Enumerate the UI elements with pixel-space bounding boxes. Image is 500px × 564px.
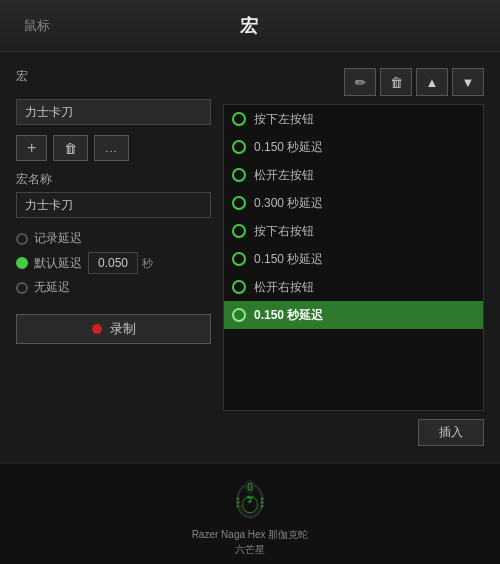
item-label: 按下左按钮: [254, 111, 314, 128]
add-macro-button[interactable]: +: [16, 135, 47, 161]
item-label: 0.150 秒延迟: [254, 251, 323, 268]
edit-macro-button[interactable]: ✏: [344, 68, 376, 96]
item-label: 松开右按钮: [254, 279, 314, 296]
move-up-button[interactable]: ▲: [416, 68, 448, 96]
record-label: 录制: [110, 320, 136, 338]
delay-default-option[interactable]: 默认延迟 秒: [16, 252, 211, 274]
more-macro-button[interactable]: ...: [94, 135, 128, 161]
svg-point-8: [261, 505, 264, 508]
action-icon: [232, 224, 246, 238]
delay-record-radio: [16, 233, 28, 245]
list-item[interactable]: 松开左按钮: [224, 161, 483, 189]
header-tabs: 鼠标: [0, 0, 74, 51]
action-icon: [232, 308, 246, 322]
macro-action-buttons: + 🗑 ...: [16, 135, 211, 161]
left-panel: 宏 力士卡刀 + 🗑 ... 宏名称 记录延迟 默认延迟 秒: [16, 68, 211, 446]
delay-unit-label: 秒: [142, 256, 153, 271]
action-icon: [232, 252, 246, 266]
item-label: 0.150 秒延迟: [254, 307, 323, 324]
insert-row: 插入: [223, 419, 484, 446]
trash-icon: 🗑: [390, 75, 403, 90]
up-arrow-icon: ▲: [426, 75, 439, 90]
main-content: 宏 力士卡刀 + 🗑 ... 宏名称 记录延迟 默认延迟 秒: [0, 52, 500, 462]
macro-section-label: 宏: [16, 68, 211, 85]
list-item[interactable]: 0.300 秒延迟: [224, 189, 483, 217]
delay-none-radio: [16, 282, 28, 294]
list-item[interactable]: 松开右按钮: [224, 273, 483, 301]
delay-none-option[interactable]: 无延迟: [16, 279, 211, 296]
delay-record-option[interactable]: 记录延迟: [16, 230, 211, 247]
svg-point-6: [261, 497, 264, 500]
macro-toolbar: ✏ 🗑 ▲ ▼: [223, 68, 484, 96]
item-label: 0.300 秒延迟: [254, 195, 323, 212]
delay-none-label: 无延迟: [34, 279, 70, 296]
action-icon: [232, 140, 246, 154]
macro-name-label: 宏名称: [16, 171, 211, 188]
header: 鼠标 宏: [0, 0, 500, 52]
pencil-icon: ✏: [355, 75, 366, 90]
macro-name-input[interactable]: [16, 192, 211, 218]
action-icon: [232, 280, 246, 294]
macro-list: 按下左按钮 0.150 秒延迟 松开左按钮 0.300 秒延迟 按下右按钮 0.…: [223, 104, 484, 411]
header-title: 宏: [240, 14, 260, 38]
svg-point-7: [261, 501, 264, 504]
macro-select[interactable]: 力士卡刀: [16, 99, 211, 125]
item-label: 松开左按钮: [254, 167, 314, 184]
record-dot-icon: [92, 324, 102, 334]
delay-options: 记录延迟 默认延迟 秒 无延迟: [16, 230, 211, 296]
list-item[interactable]: 0.150 秒延迟: [224, 245, 483, 273]
item-label: 0.150 秒延迟: [254, 139, 323, 156]
mouse-device-icon: [226, 471, 274, 523]
svg-point-3: [237, 497, 240, 500]
svg-rect-10: [248, 483, 252, 490]
delay-record-label: 记录延迟: [34, 230, 82, 247]
svg-point-4: [237, 501, 240, 504]
list-item[interactable]: 0.150 秒延迟: [224, 133, 483, 161]
record-button[interactable]: 录制: [16, 314, 211, 344]
list-item[interactable]: 按下右按钮: [224, 217, 483, 245]
delay-default-label: 默认延迟: [34, 255, 82, 272]
delete-macro-item-button[interactable]: 🗑: [380, 68, 412, 96]
action-icon: [232, 168, 246, 182]
macro-name-section: 宏名称: [16, 171, 211, 218]
right-panel: ✏ 🗑 ▲ ▼ 按下左按钮 0.150 秒延迟 松开左按钮: [223, 68, 484, 446]
delay-value-input[interactable]: [88, 252, 138, 274]
insert-button[interactable]: 插入: [418, 419, 484, 446]
svg-point-5: [237, 505, 240, 508]
list-item[interactable]: 按下左按钮: [224, 105, 483, 133]
tab-mouse[interactable]: 鼠标: [0, 0, 74, 51]
macro-select-row: 力士卡刀: [16, 99, 211, 125]
action-icon: [232, 112, 246, 126]
delay-default-radio: [16, 257, 28, 269]
delay-input-row: 秒: [88, 252, 153, 274]
action-icon: [232, 196, 246, 210]
move-down-button[interactable]: ▼: [452, 68, 484, 96]
list-item-selected[interactable]: 0.150 秒延迟: [224, 301, 483, 329]
down-arrow-icon: ▼: [462, 75, 475, 90]
device-name: Razer Naga Hex 那伽克蛇 六芒星: [192, 527, 309, 557]
footer: Razer Naga Hex 那伽克蛇 六芒星: [0, 462, 500, 564]
delete-macro-button[interactable]: 🗑: [53, 135, 88, 161]
item-label: 按下右按钮: [254, 223, 314, 240]
